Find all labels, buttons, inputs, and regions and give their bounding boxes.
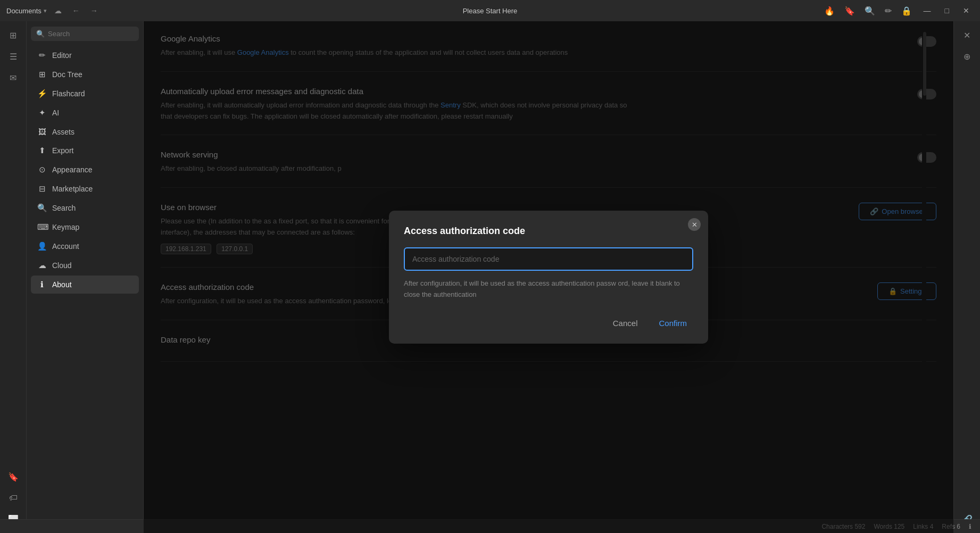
cloud-nav-icon: ☁ bbox=[37, 261, 47, 270]
sidebar-item-assets[interactable]: 🖼 Assets bbox=[31, 123, 139, 140]
editor-icon: ✏ bbox=[37, 51, 47, 60]
about-icon: ℹ bbox=[37, 280, 47, 289]
auth-code-input[interactable] bbox=[404, 247, 693, 271]
marketplace-icon: ⊟ bbox=[37, 184, 47, 194]
app-title: Documents ▾ bbox=[6, 7, 47, 15]
nav-sidebar: 🔍 ✏ Editor ⊞ Doc Tree ⚡ Flashcard ✦ AI 🖼… bbox=[27, 21, 144, 533]
search-nav-icon: 🔍 bbox=[37, 203, 47, 213]
keymap-icon: ⌨ bbox=[37, 222, 47, 232]
search-input[interactable] bbox=[48, 30, 134, 38]
search-box[interactable]: 🔍 bbox=[31, 27, 139, 41]
titlebar-nav: ☁ ← → bbox=[51, 5, 101, 16]
flashcard-icon: ⚡ bbox=[37, 89, 47, 98]
lines-icon[interactable]: ☰ bbox=[4, 47, 23, 66]
sidebar-item-label-flashcard: Flashcard bbox=[52, 89, 85, 98]
cloud-sync-icon[interactable]: ☁ bbox=[51, 5, 65, 16]
sidebar-item-search[interactable]: 🔍 Search bbox=[31, 199, 139, 217]
sidebar-item-ai[interactable]: ✦ AI bbox=[31, 104, 139, 122]
sidebar-item-marketplace[interactable]: ⊟ Marketplace bbox=[31, 180, 139, 198]
search-box-icon: 🔍 bbox=[36, 30, 45, 38]
main-layout: ⊞ ☰ ✉ 🔖 🏷 ⬜ 🔍 ✏ Editor ⊞ Doc Tree ⚡ Flas… bbox=[0, 21, 980, 533]
mail-icon[interactable]: ✉ bbox=[4, 68, 23, 87]
sidebar-item-doc-tree[interactable]: ⊞ Doc Tree bbox=[31, 65, 139, 84]
sidebar-item-label-marketplace: Marketplace bbox=[52, 185, 93, 193]
chevron-down-icon: ▾ bbox=[44, 7, 47, 14]
sidebar-item-label-cloud: Cloud bbox=[52, 261, 72, 270]
cancel-button[interactable]: Cancel bbox=[607, 315, 644, 331]
titlebar-left: Documents ▾ ☁ ← → bbox=[6, 5, 101, 16]
ai-icon: ✦ bbox=[37, 108, 47, 118]
sidebar-item-label-search: Search bbox=[52, 204, 76, 212]
account-icon: 👤 bbox=[37, 241, 47, 251]
sidebar-item-label-keymap: Keymap bbox=[52, 223, 79, 231]
sidebar-item-editor[interactable]: ✏ Editor bbox=[31, 46, 139, 64]
right-sidebar: ✕ ⊕ 🔗 bbox=[953, 21, 980, 533]
nav-back-button[interactable]: ← bbox=[69, 5, 83, 16]
sidebar-item-label-account: Account bbox=[52, 242, 79, 251]
sidebar-item-label-appearance: Appearance bbox=[52, 165, 93, 174]
titlebar-right: 🔥 🔖 🔍 ✏ 🔒 — □ ✕ bbox=[822, 5, 974, 17]
flame-icon[interactable]: 🔥 bbox=[822, 5, 837, 17]
sidebar-item-cloud[interactable]: ☁ Cloud bbox=[31, 256, 139, 274]
assets-icon: 🖼 bbox=[37, 127, 47, 136]
sidebar-item-label-export: Export bbox=[52, 146, 73, 155]
sidebar-item-label-ai: AI bbox=[52, 109, 59, 117]
export-icon: ⬆ bbox=[37, 146, 47, 155]
minimize-button[interactable]: — bbox=[919, 5, 935, 16]
sidebar-item-label-assets: Assets bbox=[52, 128, 74, 136]
sidebar-item-about[interactable]: ℹ About bbox=[31, 276, 139, 294]
nodes-icon[interactable]: ⊕ bbox=[958, 47, 977, 66]
sidebar-item-label-doc-tree: Doc Tree bbox=[52, 70, 82, 79]
sidebar-item-label-editor: Editor bbox=[52, 51, 72, 60]
content-area: Google Analytics After enabling, it will… bbox=[144, 21, 953, 533]
nav-forward-button[interactable]: → bbox=[87, 5, 101, 16]
sidebar-item-export[interactable]: ⬆ Export bbox=[31, 141, 139, 160]
sidebar-item-account[interactable]: 👤 Account bbox=[31, 237, 139, 255]
appearance-icon: ⊙ bbox=[37, 165, 47, 174]
modal-hint: After configuration, it will be used as … bbox=[404, 278, 693, 301]
tag-icon[interactable]: 🏷 bbox=[4, 488, 23, 507]
search-icon[interactable]: 🔍 bbox=[862, 5, 877, 17]
info-icon[interactable]: ℹ bbox=[969, 523, 971, 530]
doc-tree-icon: ⊞ bbox=[37, 70, 47, 79]
modal-overlay[interactable]: Access authorization code ✕ After config… bbox=[144, 21, 953, 533]
sidebar-item-label-about: About bbox=[52, 280, 72, 289]
sidebar-item-appearance[interactable]: ⊙ Appearance bbox=[31, 161, 139, 179]
sidebar-item-keymap[interactable]: ⌨ Keymap bbox=[31, 218, 139, 236]
modal-title: Access authorization code bbox=[404, 226, 693, 237]
maximize-button[interactable]: □ bbox=[941, 5, 953, 16]
lock-icon[interactable]: 🔒 bbox=[899, 5, 914, 17]
close-panel-icon[interactable]: ✕ bbox=[958, 26, 977, 45]
close-button[interactable]: ✕ bbox=[959, 5, 974, 16]
sidebar-item-flashcard[interactable]: ⚡ Flashcard bbox=[31, 85, 139, 103]
confirm-button[interactable]: Confirm bbox=[652, 315, 693, 331]
titlebar: Documents ▾ ☁ ← → Please Start Here 🔥 🔖 … bbox=[0, 0, 980, 21]
bookmark-sidebar-icon[interactable]: 🔖 bbox=[4, 467, 23, 486]
bookmark-icon[interactable]: 🔖 bbox=[842, 5, 857, 17]
edit-icon[interactable]: ✏ bbox=[883, 5, 894, 17]
modal-actions: Cancel Confirm bbox=[404, 315, 693, 331]
modal-close-button[interactable]: ✕ bbox=[688, 218, 701, 231]
window-title: Please Start Here bbox=[463, 7, 518, 15]
modal-dialog: Access authorization code ✕ After config… bbox=[389, 211, 708, 344]
app-name: Documents bbox=[6, 7, 41, 15]
icon-sidebar: ⊞ ☰ ✉ 🔖 🏷 ⬜ bbox=[0, 21, 27, 533]
grid-icon[interactable]: ⊞ bbox=[4, 26, 23, 45]
